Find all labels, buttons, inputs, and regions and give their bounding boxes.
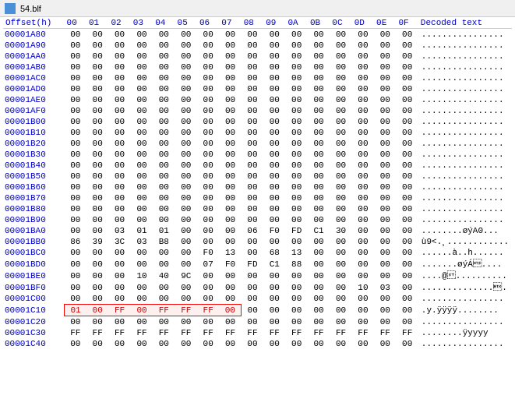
table-row[interactable]: 00001AE000000000000000000000000000000000… — [3, 94, 512, 105]
table-row[interactable]: 00001AB000000000000000000000000000000000… — [3, 62, 512, 72]
cell-hex[interactable]: 03 — [131, 236, 153, 247]
cell-hex[interactable]: 00 — [219, 338, 241, 349]
cell-hex[interactable]: 00 — [352, 160, 374, 171]
cell-hex[interactable]: 00 — [352, 270, 374, 281]
cell-hex[interactable]: 00 — [396, 94, 418, 105]
cell-hex[interactable]: 00 — [175, 338, 197, 349]
cell-hex[interactable]: 00 — [153, 116, 175, 127]
cell-hex[interactable]: 00 — [374, 138, 396, 149]
cell-hex[interactable]: 00 — [242, 214, 263, 225]
cell-hex[interactable]: 00 — [197, 316, 219, 328]
cell-hex[interactable]: 00 — [131, 29, 153, 41]
cell-hex[interactable]: 00 — [263, 192, 285, 203]
cell-hex[interactable]: 01 — [65, 305, 86, 316]
cell-hex[interactable]: 00 — [286, 305, 308, 316]
cell-hex[interactable]: 00 — [175, 40, 197, 51]
cell-hex[interactable]: FF — [153, 305, 175, 316]
cell-hex[interactable]: 00 — [65, 62, 86, 72]
cell-hex[interactable]: 00 — [242, 149, 263, 160]
cell-hex[interactable]: 00 — [286, 138, 308, 149]
cell-hex[interactable]: 00 — [197, 138, 219, 149]
cell-hex[interactable]: 00 — [396, 247, 418, 258]
cell-hex[interactable]: 00 — [308, 94, 330, 105]
cell-hex[interactable]: 00 — [396, 116, 418, 127]
cell-hex[interactable]: 00 — [65, 127, 86, 138]
cell-hex[interactable]: 00 — [153, 29, 175, 41]
cell-hex[interactable]: 00 — [374, 72, 396, 83]
cell-hex[interactable]: 00 — [374, 160, 396, 171]
cell-hex[interactable]: 00 — [374, 293, 396, 305]
cell-hex[interactable]: 00 — [197, 29, 219, 41]
cell-hex[interactable]: 00 — [242, 203, 263, 214]
cell-hex[interactable]: 00 — [330, 160, 351, 171]
cell-hex[interactable]: 00 — [108, 171, 130, 182]
cell-hex[interactable]: 00 — [374, 247, 396, 258]
cell-hex[interactable]: 13 — [219, 247, 241, 258]
cell-hex[interactable]: 00 — [131, 94, 153, 105]
cell-hex[interactable]: 10 — [352, 281, 374, 293]
cell-hex[interactable]: 00 — [308, 192, 330, 203]
cell-hex[interactable]: 00 — [219, 116, 241, 127]
cell-hex[interactable]: 00 — [153, 127, 175, 138]
table-row[interactable]: 00001B3000000000000000000000000000000000… — [3, 149, 512, 160]
cell-hex[interactable]: 00 — [197, 116, 219, 127]
cell-hex[interactable]: 00 — [108, 281, 130, 293]
table-row[interactable]: 00001B7000000000000000000000000000000000… — [3, 192, 512, 203]
cell-hex[interactable]: 00 — [396, 72, 418, 83]
cell-hex[interactable]: C1 — [308, 225, 330, 236]
cell-hex[interactable]: 00 — [108, 258, 130, 270]
cell-hex[interactable]: 00 — [65, 182, 86, 192]
cell-hex[interactable]: 00 — [242, 247, 263, 258]
cell-hex[interactable]: 00 — [108, 316, 130, 328]
cell-hex[interactable]: 00 — [308, 138, 330, 149]
cell-hex[interactable]: 00 — [197, 182, 219, 192]
cell-hex[interactable]: 00 — [153, 51, 175, 62]
cell-hex[interactable]: 00 — [374, 270, 396, 281]
table-row[interactable]: 00001AA000000000000000000000000000000000… — [3, 51, 512, 62]
cell-hex[interactable]: 00 — [263, 149, 285, 160]
cell-hex[interactable]: 00 — [242, 160, 263, 171]
cell-hex[interactable]: 00 — [352, 116, 374, 127]
cell-hex[interactable]: 00 — [219, 160, 241, 171]
cell-hex[interactable]: 00 — [263, 62, 285, 72]
cell-hex[interactable]: 00 — [86, 270, 108, 281]
cell-hex[interactable]: 00 — [131, 293, 153, 305]
cell-hex[interactable]: 03 — [108, 225, 130, 236]
cell-hex[interactable]: 00 — [175, 127, 197, 138]
cell-hex[interactable]: 00 — [286, 127, 308, 138]
table-row[interactable]: 00001B0000000000000000000000000000000000… — [3, 116, 512, 127]
cell-hex[interactable]: 00 — [131, 316, 153, 328]
cell-hex[interactable]: 39 — [86, 236, 108, 247]
cell-hex[interactable]: 00 — [219, 40, 241, 51]
cell-hex[interactable]: 00 — [108, 94, 130, 105]
cell-hex[interactable]: 00 — [65, 94, 86, 105]
cell-hex[interactable]: 00 — [308, 293, 330, 305]
cell-hex[interactable]: 00 — [263, 305, 285, 316]
cell-hex[interactable]: 00 — [330, 51, 351, 62]
table-row[interactable]: 00001BE000000010409C00000000000000000000… — [3, 270, 512, 281]
cell-hex[interactable]: 00 — [396, 171, 418, 182]
table-row[interactable]: 00001BB086393C03B80000000000000000000000… — [3, 236, 512, 247]
cell-hex[interactable]: 00 — [108, 29, 130, 41]
cell-hex[interactable]: 00 — [219, 127, 241, 138]
cell-hex[interactable]: 00 — [153, 83, 175, 94]
cell-hex[interactable]: 00 — [286, 72, 308, 83]
cell-hex[interactable]: 00 — [86, 40, 108, 51]
cell-hex[interactable]: 00 — [65, 83, 86, 94]
cell-hex[interactable]: 00 — [374, 127, 396, 138]
cell-hex[interactable]: 00 — [242, 29, 263, 41]
cell-hex[interactable]: 00 — [242, 127, 263, 138]
cell-hex[interactable]: 00 — [308, 236, 330, 247]
cell-hex[interactable]: 00 — [330, 236, 351, 247]
cell-hex[interactable]: FD — [286, 225, 308, 236]
cell-hex[interactable]: 00 — [396, 29, 418, 41]
cell-hex[interactable]: 00 — [352, 94, 374, 105]
cell-hex[interactable]: 00 — [330, 182, 351, 192]
cell-hex[interactable]: 00 — [131, 51, 153, 62]
table-row[interactable]: 00001BC0000000000000F0130068130000000000… — [3, 247, 512, 258]
cell-hex[interactable]: B8 — [153, 236, 175, 247]
cell-hex[interactable]: 00 — [374, 105, 396, 116]
cell-hex[interactable]: 00 — [352, 51, 374, 62]
cell-hex[interactable]: 00 — [242, 270, 263, 281]
cell-hex[interactable]: FD — [242, 258, 263, 270]
